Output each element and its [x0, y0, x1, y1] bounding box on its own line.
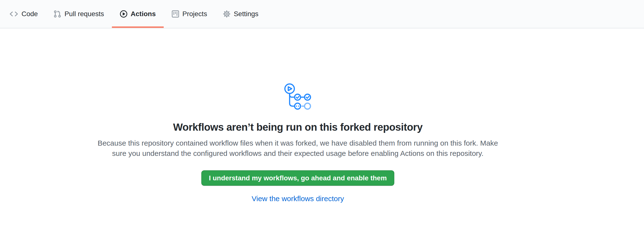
view-workflows-directory-link[interactable]: View the workflows directory [252, 194, 344, 203]
project-icon [172, 10, 179, 18]
actions-blankslate: Workflows aren’t being run on this forke… [0, 28, 596, 203]
tab-label: Actions [131, 11, 156, 17]
tab-actions[interactable]: Actions [112, 0, 164, 28]
play-icon [120, 10, 128, 18]
tab-label: Code [22, 11, 38, 17]
blankslate-title: Workflows aren’t being run on this forke… [173, 121, 422, 133]
blankslate-description: Because this repository contained workfl… [96, 138, 500, 159]
tab-label: Projects [182, 11, 207, 17]
workflow-graph-icon [284, 82, 312, 111]
enable-workflows-button[interactable]: I understand my workflows, go ahead and … [201, 170, 394, 186]
active-tab-indicator [112, 27, 164, 28]
tab-label: Settings [234, 11, 258, 17]
code-icon [9, 10, 18, 18]
repo-tab-bar: Code Pull requests Actions [0, 0, 644, 28]
tab-settings[interactable]: Settings [215, 0, 266, 28]
tab-code[interactable]: Code [2, 0, 46, 28]
tab-label: Pull requests [64, 11, 104, 17]
tab-pull-requests[interactable]: Pull requests [46, 0, 112, 28]
tab-projects[interactable]: Projects [164, 0, 215, 28]
gear-icon [223, 10, 231, 18]
git-pull-request-icon [54, 10, 61, 18]
